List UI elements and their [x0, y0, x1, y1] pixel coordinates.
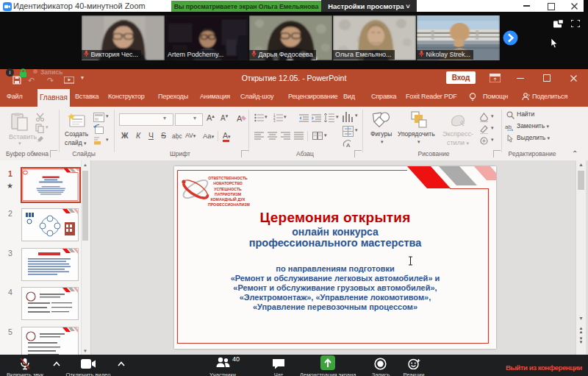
svg-text:ab: ab	[505, 124, 512, 130]
svg-text:А: А	[237, 114, 243, 123]
svg-text:3: 3	[273, 119, 276, 122]
svg-text:А: А	[346, 142, 351, 148]
